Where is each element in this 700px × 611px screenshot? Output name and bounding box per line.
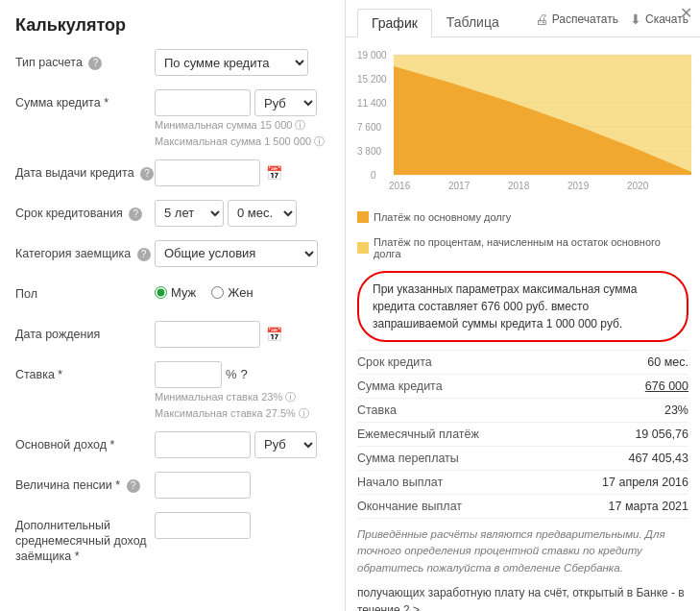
stats-value: 17 апреля 2016: [602, 476, 688, 489]
stats-row: Окончание выплат17 марта 2021: [357, 495, 688, 519]
stats-value: 60 мес.: [647, 355, 688, 369]
svg-text:11 400: 11 400: [357, 98, 387, 109]
stats-label: Сумма переплаты: [357, 452, 459, 465]
issue-date-input[interactable]: 17.03.2016: [155, 159, 260, 186]
rate-controls: 23.00 % ? Минимальная ставка 23% ⓘ Макси…: [155, 361, 329, 422]
stats-row: Ежемесячный платёж19 056,76: [357, 423, 688, 447]
issue-date-controls: 17.03.2016 📅: [155, 159, 329, 186]
rate-row: Ставка * 23.00 % ? Минимальная ставка 23…: [15, 361, 329, 422]
rate-hint1: Минимальная ставка 23% ⓘ: [155, 390, 329, 404]
amount-label: Сумма кредита *: [15, 89, 155, 110]
dob-input[interactable]: 17.03.1995: [155, 321, 260, 348]
results-panel: ✕ График Таблица 🖨 Распечатать ⬇ Скачать…: [346, 0, 700, 611]
calc-type-select[interactable]: По сумме кредита: [155, 49, 308, 76]
term-years-select[interactable]: 5 лет: [155, 200, 224, 227]
issue-date-row: Дата выдачи кредита ? 17.03.2016 📅: [15, 159, 329, 190]
tabs-bar: График Таблица 🖨 Распечатать ⬇ Скачать: [346, 0, 700, 37]
term-label: Срок кредитования ?: [15, 200, 155, 221]
issue-date-help-icon[interactable]: ?: [140, 167, 154, 181]
svg-text:2016: 2016: [389, 181, 411, 191]
calc-type-label: Тип расчета ?: [15, 49, 155, 70]
extra-income-label: Дополнительный среднемесячный доход заём…: [15, 512, 155, 565]
gender-male-radio[interactable]: [155, 286, 167, 299]
income-label: Основной доход *: [15, 431, 155, 452]
category-select[interactable]: Общие условия: [155, 240, 318, 267]
category-help-icon[interactable]: ?: [137, 248, 151, 261]
svg-text:3 800: 3 800: [357, 146, 381, 157]
term-help-icon[interactable]: ?: [129, 208, 142, 221]
gender-female-radio[interactable]: [211, 286, 224, 299]
stats-row: Ставка23%: [357, 399, 688, 423]
svg-text:2018: 2018: [508, 181, 530, 191]
gender-male-option[interactable]: Муж: [155, 285, 196, 300]
stats-table: Срок кредита60 мес.Сумма кредита676 000С…: [357, 350, 688, 519]
chart-legend: Платёж по основному долгу Платёж по проц…: [346, 208, 700, 267]
income-input[interactable]: 30 000: [155, 431, 251, 458]
disclaimer: Приведённые расчёты являются предварител…: [357, 526, 688, 576]
gender-female-label: Жен: [228, 285, 253, 300]
svg-text:2019: 2019: [567, 181, 590, 191]
svg-text:0: 0: [371, 170, 376, 181]
pension-row: Величина пенсии * ? 0: [15, 472, 329, 502]
close-button[interactable]: ✕: [680, 4, 692, 22]
svg-text:19 000: 19 000: [357, 50, 387, 61]
svg-text:2020: 2020: [627, 181, 649, 191]
pension-controls: 0: [155, 472, 329, 499]
gender-controls: Муж Жен: [155, 281, 329, 300]
tab-table[interactable]: Таблица: [432, 8, 514, 37]
stats-row: Сумма переплаты467 405,43: [357, 447, 688, 471]
download-icon: ⬇: [630, 12, 641, 27]
rate-hint2: Максимальная ставка 27.5% ⓘ: [155, 406, 329, 421]
term-controls: 5 лет 0 мес.: [155, 200, 329, 227]
warning-box: При указанных параметрах максимальная су…: [357, 271, 688, 342]
calc-type-controls: По сумме кредита: [155, 49, 329, 76]
stats-label: Начало выплат: [357, 476, 443, 489]
print-icon: 🖨: [535, 12, 548, 27]
calc-type-row: Тип расчета ? По сумме кредита: [15, 49, 329, 80]
dob-row: Дата рождения 17.03.1995 📅: [15, 321, 329, 352]
income-controls: 30 000 Руб: [155, 431, 329, 458]
gender-female-option[interactable]: Жен: [211, 285, 253, 300]
stats-label: Ставка: [357, 403, 397, 417]
legend-principal: Платёж по основному долгу: [357, 211, 511, 223]
income-currency-select[interactable]: Руб: [254, 431, 317, 458]
category-controls: Общие условия: [155, 240, 329, 267]
pension-input[interactable]: 0: [155, 472, 251, 499]
tab-graph[interactable]: График: [357, 9, 432, 37]
rate-help-icon[interactable]: ?: [241, 367, 248, 381]
stats-value: 676 000: [645, 379, 688, 393]
svg-text:7 600: 7 600: [357, 122, 381, 133]
stats-label: Окончание выплат: [357, 500, 462, 513]
amount-hint2: Максимальная сумма 1 500 000 ⓘ: [155, 134, 329, 149]
currency-select[interactable]: Руб: [254, 89, 317, 116]
calc-type-help-icon[interactable]: ?: [88, 57, 102, 70]
pension-help-icon[interactable]: ?: [127, 479, 140, 493]
stats-value: 467 405,43: [628, 452, 688, 465]
scroll-content: получающих заработную плату на счёт, отк…: [357, 584, 688, 611]
print-button[interactable]: 🖨 Распечатать: [535, 12, 618, 27]
dob-calendar-icon[interactable]: 📅: [266, 327, 282, 342]
income-row: Основной доход * 30 000 Руб: [15, 431, 329, 462]
amount-input[interactable]: 1 000 000: [155, 89, 251, 116]
rate-percent-symbol: %: [226, 367, 237, 381]
svg-text:15 200: 15 200: [357, 74, 387, 85]
tab-actions: 🖨 Распечатать ⬇ Скачать: [535, 12, 688, 33]
issue-date-calendar-icon[interactable]: 📅: [266, 165, 282, 181]
page-title: Калькулятор: [15, 15, 329, 36]
stats-row: Срок кредита60 мес.: [357, 351, 688, 375]
stats-value: 23%: [664, 403, 688, 417]
term-months-select[interactable]: 0 мес.: [228, 200, 297, 227]
rate-input[interactable]: 23.00: [155, 361, 222, 388]
amount-controls: 1 000 000 Руб Минимальная сумма 15 000 ⓘ…: [155, 89, 329, 150]
legend-interest-color: [357, 242, 369, 254]
dob-label: Дата рождения: [15, 321, 155, 342]
legend-principal-color: [357, 211, 369, 223]
gender-label: Пол: [15, 281, 155, 302]
category-row: Категория заемщика ? Общие условия: [15, 240, 329, 271]
extra-income-input[interactable]: 20 000: [155, 512, 251, 539]
amount-hint1: Минимальная сумма 15 000 ⓘ: [155, 118, 329, 133]
chart-svg: 19 000 15 200 11 400 7 600 3 800 0: [357, 47, 698, 201]
calculator-panel: Калькулятор Тип расчета ? По сумме креди…: [0, 0, 346, 611]
stats-row: Сумма кредита676 000: [357, 375, 688, 399]
stats-row: Начало выплат17 апреля 2016: [357, 471, 688, 495]
